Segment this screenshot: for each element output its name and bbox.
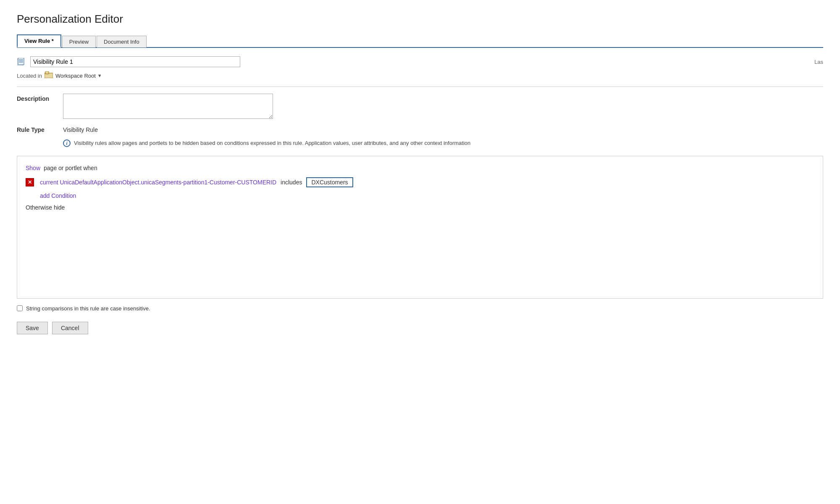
rule-type-value: Visibility Rule <box>63 125 98 133</box>
tab-preview[interactable]: Preview <box>62 36 96 47</box>
rule-type-label: Rule Type <box>17 125 63 133</box>
tab-bar: View Rule * Preview Document Info <box>17 34 823 48</box>
condition-value-box[interactable]: DXCustomers <box>306 177 353 187</box>
tab-view-rule[interactable]: View Rule * <box>17 34 61 47</box>
case-insensitive-label: String comparisons in this rule are case… <box>26 305 150 312</box>
show-link[interactable]: Show <box>26 165 40 171</box>
rule-editor: Show page or portlet when ✕ current Unic… <box>17 156 823 299</box>
rule-type-row: Rule Type Visibility Rule <box>17 125 823 133</box>
info-row: i Visibility rules allow pages and portl… <box>17 139 823 147</box>
remove-condition-btn[interactable]: ✕ <box>26 178 34 186</box>
info-text: Visibility rules allow pages and portlet… <box>74 139 470 147</box>
info-icon: i <box>63 139 71 147</box>
case-insensitive-row: String comparisons in this rule are case… <box>17 305 823 312</box>
otherwise-text: Otherwise hide <box>26 204 814 211</box>
condition-attribute-link[interactable]: current UnicaDefaultApplicationObject.un… <box>40 179 276 186</box>
last-modified-label: Las <box>814 59 823 65</box>
condition-row: ✕ current UnicaDefaultApplicationObject.… <box>26 177 814 187</box>
tab-document-info[interactable]: Document Info <box>97 36 147 47</box>
page-title: Personalization Editor <box>17 13 823 26</box>
page-portlet-label: page or portlet when <box>44 165 97 171</box>
divider-1 <box>17 87 823 87</box>
show-row: Show page or portlet when <box>26 165 814 171</box>
name-row: Las <box>17 56 823 67</box>
document-icon <box>17 58 27 66</box>
case-insensitive-checkbox[interactable] <box>17 305 23 311</box>
rule-name-input[interactable] <box>30 56 240 67</box>
save-button[interactable]: Save <box>17 322 48 334</box>
workspace-icon <box>45 71 53 80</box>
located-in-label: Located in <box>17 73 42 79</box>
button-row: Save Cancel <box>17 322 823 334</box>
add-condition-link[interactable]: add Condition <box>26 192 814 199</box>
location-dropdown-btn[interactable]: ▼ <box>97 73 102 78</box>
description-label: Description <box>17 94 63 102</box>
includes-label: includes <box>281 179 302 186</box>
description-row: Description <box>17 94 823 119</box>
cancel-button[interactable]: Cancel <box>52 322 88 334</box>
svg-rect-1 <box>18 58 24 65</box>
location-row: Located in Workspace Root ▼ <box>17 71 823 80</box>
location-name: Workspace Root <box>55 73 96 79</box>
description-textarea[interactable] <box>63 94 273 119</box>
svg-rect-6 <box>45 71 49 74</box>
